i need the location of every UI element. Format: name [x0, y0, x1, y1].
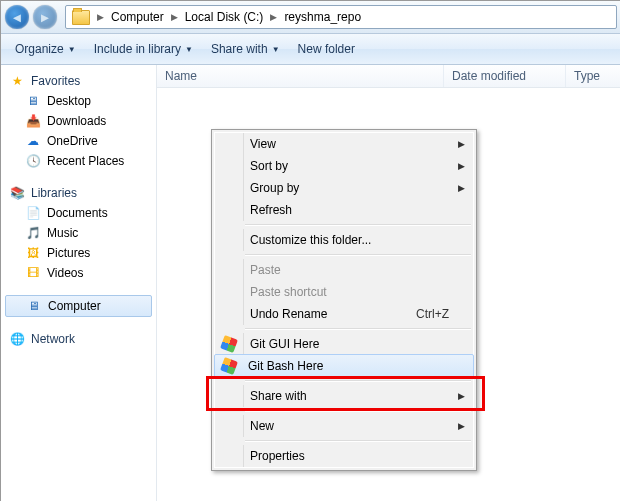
separator [245, 224, 471, 226]
ctx-customize-folder[interactable]: Customize this folder... [215, 229, 473, 251]
sidebar-libraries[interactable]: 📚Libraries [1, 183, 156, 203]
favorites-group: ★Favorites 🖥Desktop 📥Downloads ☁OneDrive… [1, 71, 156, 171]
sidebar-item-documents[interactable]: 📄Documents [1, 203, 156, 223]
sidebar-item-videos[interactable]: 🎞Videos [1, 263, 156, 283]
crumb-computer[interactable]: Computer [107, 6, 168, 28]
videos-icon: 🎞 [25, 265, 41, 281]
column-headers: Name Date modified Type [157, 65, 620, 88]
context-menu: View▶ Sort by▶ Group by▶ Refresh Customi… [211, 129, 477, 471]
ctx-git-bash-here[interactable]: Git Bash Here [214, 354, 474, 378]
sidebar-item-onedrive[interactable]: ☁OneDrive [1, 131, 156, 151]
chevron-right-icon: ▶ [168, 12, 181, 22]
ctx-sort-by[interactable]: Sort by▶ [215, 155, 473, 177]
ctx-group-by[interactable]: Group by▶ [215, 177, 473, 199]
ctx-refresh[interactable]: Refresh [215, 199, 473, 221]
caret-down-icon: ▼ [272, 45, 280, 54]
ctx-paste: Paste [215, 259, 473, 281]
separator [245, 328, 471, 330]
libraries-group: 📚Libraries 📄Documents 🎵Music 🖼Pictures 🎞… [1, 183, 156, 283]
col-date[interactable]: Date modified [444, 65, 566, 87]
sidebar-item-network[interactable]: 🌐Network [1, 329, 156, 349]
caret-down-icon: ▼ [185, 45, 193, 54]
new-folder-button[interactable]: New folder [290, 38, 363, 60]
toolbar: Organize▼ Include in library▼ Share with… [1, 34, 620, 65]
music-icon: 🎵 [25, 225, 41, 241]
chevron-right-icon: ▶ [458, 183, 465, 193]
chevron-right-icon: ▶ [458, 161, 465, 171]
back-button[interactable]: ◄ [5, 5, 29, 29]
breadcrumb[interactable]: ▶ Computer ▶ Local Disk (C:) ▶ reyshma_r… [65, 5, 617, 29]
documents-icon: 📄 [25, 205, 41, 221]
separator [245, 254, 471, 256]
organize-button[interactable]: Organize▼ [7, 38, 84, 60]
forward-button[interactable]: ► [33, 5, 57, 29]
explorer-window: ◄ ► ▶ Computer ▶ Local Disk (C:) ▶ reysh… [0, 0, 620, 501]
sidebar-item-computer[interactable]: 🖥Computer [5, 295, 152, 317]
sidebar-item-pictures[interactable]: 🖼Pictures [1, 243, 156, 263]
chevron-right-icon: ▶ [94, 12, 107, 22]
downloads-icon: 📥 [25, 113, 41, 129]
ctx-git-gui-here[interactable]: Git GUI Here [215, 333, 473, 355]
separator [245, 380, 471, 382]
sidebar-item-music[interactable]: 🎵Music [1, 223, 156, 243]
ctx-share-with[interactable]: Share with▶ [215, 385, 473, 407]
libraries-icon: 📚 [9, 185, 25, 201]
desktop-icon: 🖥 [25, 93, 41, 109]
crumb-folder[interactable]: reyshma_repo [280, 6, 365, 28]
ctx-view[interactable]: View▶ [215, 133, 473, 155]
folder-icon [72, 10, 90, 25]
sidebar-item-downloads[interactable]: 📥Downloads [1, 111, 156, 131]
recent-icon: 🕓 [25, 153, 41, 169]
ctx-undo-rename[interactable]: Undo RenameCtrl+Z [215, 303, 473, 325]
col-type[interactable]: Type [566, 65, 620, 87]
sidebar-item-recent[interactable]: 🕓Recent Places [1, 151, 156, 171]
sidebar: ★Favorites 🖥Desktop 📥Downloads ☁OneDrive… [1, 65, 157, 501]
git-icon [220, 335, 238, 353]
star-icon: ★ [9, 73, 25, 89]
chevron-right-icon: ▶ [458, 421, 465, 431]
caret-down-icon: ▼ [68, 45, 76, 54]
ctx-properties[interactable]: Properties [215, 445, 473, 467]
separator [245, 440, 471, 442]
crumb-drive[interactable]: Local Disk (C:) [181, 6, 268, 28]
cloud-icon: ☁ [25, 133, 41, 149]
col-name[interactable]: Name [157, 65, 444, 87]
network-group: 🌐Network [1, 329, 156, 349]
chevron-right-icon: ▶ [458, 391, 465, 401]
ctx-new[interactable]: New▶ [215, 415, 473, 437]
computer-icon: 🖥 [26, 298, 42, 314]
sidebar-favorites[interactable]: ★Favorites [1, 71, 156, 91]
ctx-paste-shortcut: Paste shortcut [215, 281, 473, 303]
git-icon [220, 357, 238, 375]
shortcut-text: Ctrl+Z [416, 307, 449, 321]
separator [245, 410, 471, 412]
computer-group: 🖥Computer [1, 295, 156, 317]
nav-bar: ◄ ► ▶ Computer ▶ Local Disk (C:) ▶ reysh… [1, 1, 620, 34]
chevron-right-icon: ▶ [267, 12, 280, 22]
chevron-right-icon: ▶ [458, 139, 465, 149]
pictures-icon: 🖼 [25, 245, 41, 261]
share-with-button[interactable]: Share with▼ [203, 38, 288, 60]
include-library-button[interactable]: Include in library▼ [86, 38, 201, 60]
sidebar-item-desktop[interactable]: 🖥Desktop [1, 91, 156, 111]
network-icon: 🌐 [9, 331, 25, 347]
